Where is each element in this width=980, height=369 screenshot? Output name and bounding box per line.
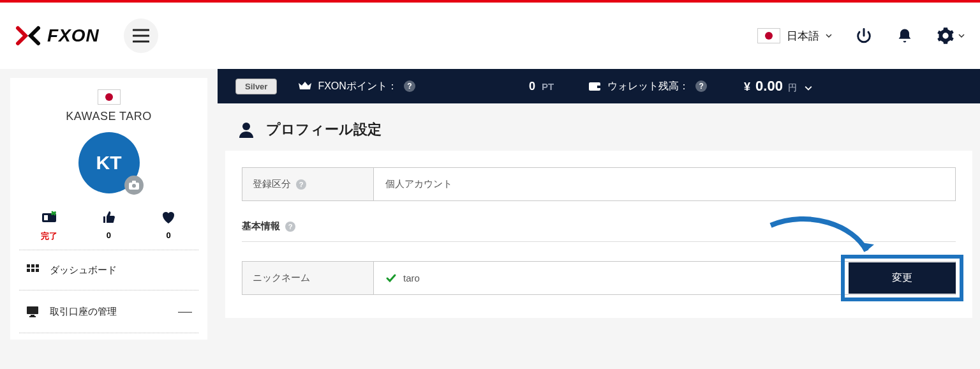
sidebar: KAWASE TARO KT 完了 0 0 [0, 69, 218, 349]
stat-likes[interactable]: 0 [79, 209, 138, 242]
svg-rect-9 [31, 264, 34, 267]
settings-button[interactable] [937, 27, 965, 45]
menu-toggle-button[interactable] [124, 19, 158, 53]
points-value: 0 [529, 80, 535, 93]
svg-rect-4 [132, 181, 136, 183]
bell-icon [896, 27, 914, 45]
sidebar-item-label: 取引口座の管理 [50, 306, 117, 318]
notifications-button[interactable] [896, 27, 914, 45]
section-heading: 基本情報 [242, 220, 280, 232]
camera-button[interactable] [124, 176, 144, 195]
check-icon [385, 273, 397, 284]
help-icon[interactable]: ? [296, 179, 306, 190]
points-value-group: 0 PT [529, 80, 554, 93]
svg-rect-13 [36, 269, 39, 272]
stat-likes-value: 0 [79, 230, 138, 240]
svg-rect-10 [36, 264, 39, 267]
gear-icon [937, 27, 954, 45]
svg-rect-7 [44, 215, 48, 220]
field-registration-type: 登録区分 ? 個人アカウント [242, 167, 956, 201]
chevron-down-icon [958, 34, 965, 38]
wallet-icon [588, 80, 601, 92]
wallet-currency-symbol: ¥ [744, 80, 750, 94]
svg-rect-8 [27, 264, 30, 267]
points-unit: PT [542, 81, 554, 92]
help-icon[interactable]: ? [404, 80, 415, 92]
camera-icon [129, 181, 139, 190]
language-selector[interactable]: 日本語 [757, 28, 832, 43]
wallet-amount: 0.00 [755, 78, 783, 94]
user-icon [237, 120, 256, 139]
japan-flag-icon [98, 89, 121, 105]
stat-verify-label: 完了 [19, 230, 78, 242]
collapse-icon: — [178, 303, 192, 320]
wallet-display: ウォレット残高： ? [588, 80, 707, 93]
svg-point-5 [132, 184, 136, 188]
field-value-text: 個人アカウント [374, 168, 955, 200]
power-icon [855, 27, 873, 45]
wallet-label: ウォレット残高： [607, 80, 689, 93]
change-button[interactable]: 変更 [849, 262, 956, 294]
help-icon[interactable]: ? [695, 80, 707, 92]
sidebar-item-accounts[interactable]: 取引口座の管理 — [19, 290, 198, 333]
thumbs-up-icon [100, 209, 117, 225]
points-display: FXONポイント： ? [299, 80, 415, 93]
field-nickname: ニックネーム taro 変更 [242, 261, 956, 295]
stat-favorites-value: 0 [139, 230, 198, 240]
annotation-highlight: 変更 [841, 255, 963, 301]
wallet-currency-unit: 円 [788, 82, 797, 94]
power-button[interactable] [855, 27, 873, 45]
japan-flag-icon [757, 28, 780, 43]
logo-mark-icon [15, 23, 41, 49]
chevron-down-icon [826, 34, 832, 38]
account-topstrip: Silver FXONポイント： ? 0 PT ウォレット残高： ? ¥ 0.0… [218, 69, 980, 103]
id-card-icon [41, 209, 57, 225]
stat-favorites[interactable]: 0 [139, 209, 198, 242]
main-content: Silver FXONポイント： ? 0 PT ウォレット残高： ? ¥ 0.0… [218, 69, 980, 349]
svg-rect-11 [27, 269, 30, 272]
brand-logo[interactable]: FXON [15, 23, 100, 49]
chevron-down-icon [805, 86, 812, 91]
points-label: FXONポイント： [318, 80, 397, 93]
stat-verification[interactable]: 完了 [19, 209, 78, 242]
svg-rect-18 [597, 86, 601, 88]
user-name: KAWASE TARO [19, 110, 198, 123]
brand-text: FXON [47, 26, 100, 46]
field-label-text: ニックネーム [253, 272, 310, 284]
sidebar-item-label: ダッシュボード [50, 264, 117, 276]
app-header: FXON 日本語 [0, 3, 980, 69]
field-label-text: 登録区分 [253, 178, 291, 190]
grid-icon [26, 263, 40, 277]
wallet-amount-selector[interactable]: ¥ 0.00 円 [744, 78, 812, 94]
language-label: 日本語 [787, 29, 819, 43]
svg-rect-16 [29, 316, 36, 317]
heart-icon [160, 209, 177, 225]
page-title: プロフィール設定 [266, 120, 382, 139]
crown-icon [299, 80, 311, 92]
divider [242, 241, 956, 242]
svg-rect-12 [31, 269, 34, 272]
help-icon[interactable]: ? [285, 222, 295, 232]
nickname-value: taro [403, 273, 420, 283]
avatar[interactable]: KT [78, 132, 140, 193]
monitor-icon [26, 305, 40, 319]
tier-badge: Silver [235, 79, 277, 94]
svg-point-19 [242, 123, 250, 130]
sidebar-item-dashboard[interactable]: ダッシュボード [19, 250, 198, 290]
svg-rect-15 [31, 315, 34, 316]
hamburger-icon [133, 29, 149, 43]
svg-rect-14 [27, 306, 38, 314]
